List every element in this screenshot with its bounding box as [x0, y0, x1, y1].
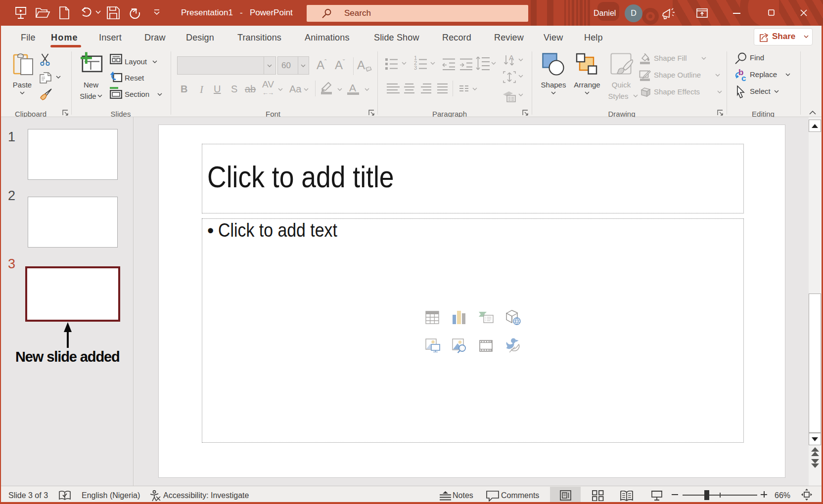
svg-text:c: c [741, 74, 746, 82]
svg-text:A: A [509, 54, 514, 62]
